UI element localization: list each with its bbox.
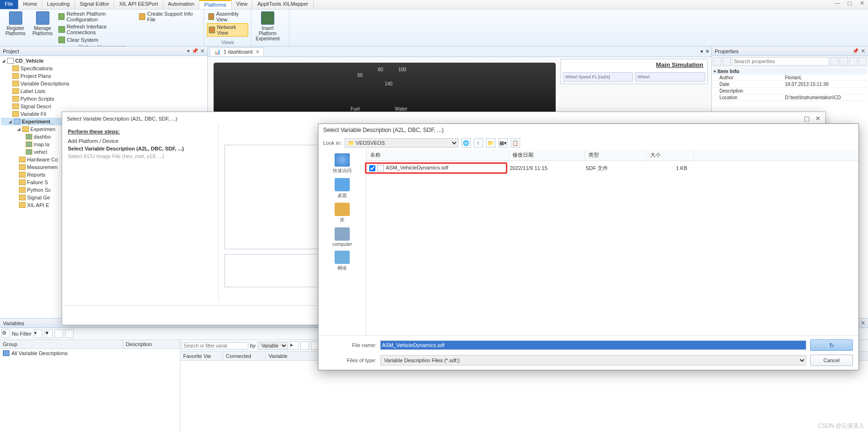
wizard-step-1[interactable]: Add Platform / Device (68, 137, 213, 145)
maximize-icon[interactable]: ▢ (843, 0, 856, 9)
panel-menu-icon[interactable]: 📌 (192, 48, 198, 54)
wizard-close-icon[interactable]: ✕ (815, 115, 821, 122)
tab-signal-editor[interactable]: Signal Editor (75, 0, 114, 9)
props-tool1-icon[interactable] (830, 57, 839, 66)
refresh-interface-button[interactable]: Refresh Interface Connections (57, 23, 136, 36)
tab-layouting[interactable]: Layouting (42, 0, 75, 9)
close-tab-icon[interactable]: ✕ (255, 49, 260, 55)
doc-tab-dashboard[interactable]: 📊 1 dashboard✕ (210, 47, 264, 56)
wizard-step-2[interactable]: Select Variable Description (A2L, DBC, S… (68, 145, 213, 152)
wizard-title: Select Variable Description (A2L, DBC, S… (67, 116, 177, 122)
props-search-input[interactable] (732, 57, 829, 66)
file-row-selected[interactable]: ASM_VehicleDynamics.sdf 2022/11/9 11:15 … (366, 161, 859, 175)
files-type-label: Files of type: (324, 357, 376, 363)
pin-icon[interactable]: ▾ (187, 48, 190, 54)
project-panel-header: Project ▾📌✕ (0, 47, 207, 56)
properties-panel-header: Properties📌✕ (712, 47, 868, 56)
place-libraries[interactable]: 库 (335, 203, 350, 224)
file-row-checkbox[interactable] (369, 165, 375, 171)
vars-tool2-icon[interactable] (65, 329, 74, 338)
props-category[interactable]: ▾Item Info (713, 68, 867, 75)
file-list[interactable]: 名称 修改日期 类型 大小 ASM_VehicleDynamics.sdf 20… (366, 150, 859, 335)
file-name-input[interactable] (380, 340, 806, 350)
watermark: CSDN @云溪溪儿 (818, 422, 864, 430)
vars-funnel-icon[interactable]: ▼ (44, 329, 53, 338)
vars-t1-icon[interactable] (300, 341, 309, 350)
vars-filter1-icon[interactable]: ⚙ (1, 329, 10, 338)
register-platforms-button[interactable]: Register Platforms (3, 10, 28, 36)
insert-platform-experiment-button[interactable]: Insert Platform Experiment (254, 10, 281, 41)
props-close-icon[interactable]: ✕ (861, 48, 865, 54)
ribbon-group-views: Views (207, 39, 248, 46)
tab-file[interactable]: File (0, 0, 19, 9)
tab-automation[interactable]: Automation (163, 0, 200, 9)
doc-close-icon[interactable]: ✕ (705, 48, 709, 55)
wizard-maximize-icon[interactable]: ▢ (804, 115, 810, 122)
vars-group-row[interactable]: All Variable Descriptions (0, 349, 180, 357)
place-network[interactable]: 网络 (335, 251, 350, 272)
vars-close-icon[interactable]: ✕ (861, 320, 865, 326)
tab-platforms[interactable]: Platforms (199, 0, 231, 9)
nav-newfolder-icon[interactable]: 📁 (486, 138, 495, 148)
files-type-select[interactable]: Variable Description Files (*.sdf;) (380, 355, 806, 366)
panel-close-icon[interactable]: ✕ (200, 48, 205, 54)
clear-system-button[interactable]: Clear System (57, 36, 136, 44)
vars-search-input[interactable] (182, 342, 248, 349)
place-desktop[interactable]: 桌面 (335, 178, 350, 199)
file-open-dialog: Select Variable Description (A2L, DBC, S… (318, 123, 859, 370)
main-menu-tabs: File Home Layouting Signal Editor XIL AP… (0, 0, 868, 9)
network-view-button[interactable]: Network View (207, 23, 248, 37)
look-in-label: Look in: (323, 140, 342, 146)
file-dialog-title: Select Variable Description (A2L, DBC, S… (318, 124, 859, 136)
close-icon[interactable]: ✕ (856, 0, 868, 9)
file-open-button[interactable] (810, 339, 853, 351)
file-name-label: File name: (324, 342, 376, 348)
tab-home[interactable]: Home (19, 0, 42, 9)
tab-view[interactable]: View (232, 0, 253, 9)
main-simulation-card: Main Simulation Wheel Speed FL [rad/s]Wh… (560, 59, 708, 84)
tab-applitools[interactable]: AppliTools XILMapper (252, 0, 313, 9)
manage-platforms-button[interactable]: Manage Platforms (30, 10, 55, 36)
assembly-view-button[interactable]: Assembly View (207, 10, 248, 23)
vars-tool1-icon[interactable] (55, 329, 63, 338)
doc-dropdown-icon[interactable]: ▾ (700, 48, 703, 55)
props-tool2-icon[interactable] (840, 57, 848, 66)
file-cancel-button[interactable]: Cancel (810, 355, 853, 366)
nav-back-icon[interactable]: 🌐 (461, 138, 471, 148)
create-support-info-button[interactable]: Create Support Info File (138, 10, 201, 23)
wizard-steps-title: Perform these steps: (68, 129, 213, 134)
props-tool4-icon[interactable] (859, 57, 867, 66)
refresh-platform-config-button[interactable]: Refresh Platform Configuration (57, 10, 136, 23)
window-controls: — ▢ ✕ (831, 0, 868, 9)
wizard-step-3: Select ECU Image File (hex, mot, s19, ..… (68, 152, 213, 160)
nav-view-icon[interactable]: ▦▾ (498, 138, 508, 148)
vars-filter-dropdown-icon[interactable]: ▾ (34, 329, 42, 338)
vars-go-icon[interactable]: ▸ (290, 341, 299, 350)
vars-no-filter-label: No Filter (12, 331, 32, 337)
tab-xil-api[interactable]: XIL API EESPort (114, 0, 163, 9)
place-quick-access[interactable]: 快速访问 (333, 153, 352, 174)
minimize-icon[interactable]: — (831, 0, 843, 9)
place-computer[interactable]: computer (332, 227, 352, 247)
ribbon: Register Platforms Manage Platforms Refr… (0, 9, 868, 47)
nav-up-icon[interactable]: ↑ (474, 138, 483, 148)
vars-by-select[interactable]: Variable (258, 342, 288, 350)
props-az-icon[interactable] (722, 57, 731, 66)
look-in-select[interactable]: 📁 VEOSVEOS (345, 138, 458, 148)
props-cat-icon[interactable] (713, 57, 721, 66)
file-icon (377, 165, 384, 171)
nav-tool-icon[interactable]: 📋 (511, 138, 520, 148)
props-pin-icon[interactable]: 📌 (852, 48, 859, 54)
gauge-cluster: Fuel Water 60 80 100 140 (214, 63, 556, 115)
props-tool3-icon[interactable] (849, 57, 858, 66)
